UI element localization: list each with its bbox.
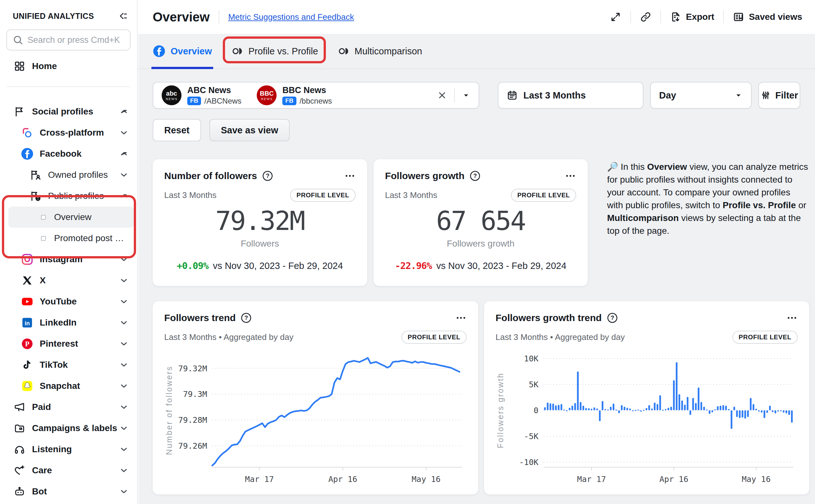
sidebar-item-youtube[interactable]: YouTube [0,291,137,312]
sidebar-divider [7,86,130,87]
share-link-icon[interactable] [640,11,652,23]
help-icon[interactable]: ? [607,312,618,323]
more-options-icon[interactable] [344,170,356,182]
chevron-up-icon [119,191,129,201]
sidebar-item-tiktok[interactable]: TikTok [0,354,137,375]
kpi-card-followers-growth: Followers growth ? Last 3 Months PROFILE… [374,159,588,286]
export-icon [670,11,682,23]
metric-suggestions-link[interactable]: Metric Suggestions and Feedback [228,12,354,22]
tab-overview[interactable]: Overview [153,34,212,68]
sidebar-item-label: Listening [32,444,72,454]
sidebar-item-snapchat[interactable]: Snapchat [0,375,137,397]
sidebar-item-campaigns-labels[interactable]: Campaigns & labels [0,418,137,439]
sidebar-item-bot[interactable]: Bot [0,481,137,502]
svg-text:?: ? [610,314,614,321]
sidebar-item-label: Campaigns & labels [32,423,117,433]
granularity-label: Day [659,90,676,101]
kpi-delta: +0.09% [177,260,209,271]
sidebar-item-care[interactable]: Care [0,460,137,481]
grid-icon [13,59,26,73]
sidebar-item-listening[interactable]: Listening [0,439,137,460]
svg-text:79.26M: 79.26M [178,441,207,451]
export-button[interactable]: Export [670,11,715,23]
reset-button[interactable]: Reset [153,119,201,141]
filter-button[interactable]: Filter [758,82,800,109]
saved-views-button[interactable]: Saved views [733,11,802,23]
campaigns-icon [13,421,26,435]
sidebar-item-paid[interactable]: Paid [0,397,137,418]
chevron-down-icon [119,276,129,285]
more-options-icon[interactable] [455,312,467,324]
sidebar-item-overview[interactable]: Overview [8,207,134,228]
selected-profile-abc-news: abcNEWS ABC News FB /ABCNews [162,85,241,106]
profile-level-badge: PROFILE LEVEL [290,189,355,202]
sidebar-item-facebook[interactable]: Facebook [0,143,137,164]
svg-text:?: ? [266,172,269,179]
brand-logo: UNIFIED ANALYTICS [13,12,94,21]
expand-icon[interactable] [610,11,621,23]
listening-icon [13,443,26,456]
date-range-picker[interactable]: Last 3 Months [498,82,644,109]
sidebar-search [6,29,130,51]
caret-down-icon[interactable] [462,91,470,99]
chevron-down-icon [119,487,129,496]
save-as-view-button[interactable]: Save as view [210,119,290,141]
more-options-icon[interactable] [786,312,798,324]
export-label: Export [686,12,715,22]
page-header: Overview Metric Suggestions and Feedback… [138,0,815,34]
sidebar-item-cross-platform[interactable]: Cross-platform [0,122,137,143]
svg-text:79.32M: 79.32M [178,364,207,373]
help-icon[interactable]: ? [241,312,252,323]
flag-icon [13,105,26,118]
instagram-icon [20,253,34,266]
clear-selection-icon[interactable] [437,90,447,100]
sidebar-item-pinterest[interactable]: PPinterest [0,333,137,354]
collapse-sidebar-icon[interactable] [116,10,128,22]
profile-name: BBC News [282,85,326,95]
sidebar-item-promoted-post-dete[interactable]: Promoted post dete... [0,228,137,249]
chevron-down-icon [119,360,129,370]
svg-text:?: ? [245,314,248,321]
chevron-down-icon [119,423,129,433]
selected-profile-bbc-news: BBCNEWS BBC News FB /bbcnews [257,85,332,106]
calendar-icon [507,90,518,101]
sidebar-item-instagram[interactable]: Instagram [0,249,137,270]
tab-multicomparison[interactable]: Multicomparison [338,34,422,68]
bot-icon [13,485,26,498]
saved-views-icon [733,11,744,23]
unified-analytics-app: UNIFIED ANALYTICS HomeSocial profilesCro… [0,0,815,504]
help-icon[interactable]: ? [470,170,480,181]
tab-bar: Overview Profile vs. Profile Multicompar… [138,34,815,69]
kpi-row: Number of followers ? Last 3 Months PROF… [153,159,809,286]
sidebar-item-x[interactable]: X [0,270,137,291]
help-icon[interactable]: ? [262,170,273,181]
svg-text:May 16: May 16 [742,475,771,484]
profile-level-badge: PROFILE LEVEL [401,331,467,344]
svg-text:in: in [25,320,30,327]
svg-text:Number of followers: Number of followers [164,366,173,455]
sidebar-item-public-profiles[interactable]: Public profiles [0,185,137,207]
paid-icon [13,400,26,414]
search-icon [12,34,24,47]
facebook-icon [20,147,34,161]
sidebar-item-home[interactable]: Home [0,56,137,77]
compare-icon [338,45,350,57]
divider [219,10,219,24]
card-title: Followers growth trend [495,312,602,323]
sidebar-item-label: Owned profiles [48,170,108,180]
sidebar-item-owned-profiles[interactable]: Owned profiles [0,164,137,185]
kpi-compare-period: vs Nov 30, 2023 - Feb 29, 2024 [436,261,566,271]
bullet-icon [41,236,46,241]
profile-selector[interactable]: abcNEWS ABC News FB /ABCNews BBCNEWS BBC… [153,82,479,109]
tab-profile-vs-profile[interactable]: Profile vs. Profile [232,34,318,68]
profile-level-badge: PROFILE LEVEL [511,189,576,202]
sidebar-item-social-profiles[interactable]: Social profiles [0,101,137,122]
filter-label: Filter [775,90,798,101]
kpi-value: 79.32M [216,206,305,236]
kpi-value-label: Followers [241,239,279,249]
sidebar-item-linkedin[interactable]: inLinkedIn [0,312,137,333]
more-options-icon[interactable] [565,170,576,182]
granularity-dropdown[interactable]: Day [650,82,752,109]
search-input[interactable] [6,29,130,51]
sidebar-item-label: Pinterest [40,339,78,349]
